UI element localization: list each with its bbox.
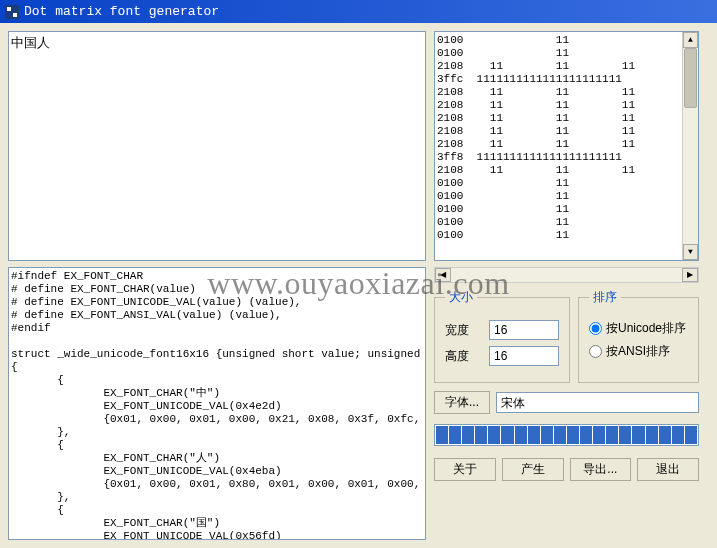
scroll-left-icon[interactable]: ◀ xyxy=(435,268,451,282)
progress-segment xyxy=(515,426,527,444)
progress-segment xyxy=(541,426,553,444)
sort-unicode-option[interactable]: 按Unicode排序 xyxy=(589,320,686,337)
generate-button[interactable]: 产生 xyxy=(502,458,564,481)
progress-segment xyxy=(449,426,461,444)
progress-segment xyxy=(646,426,658,444)
export-button[interactable]: 导出... xyxy=(570,458,632,481)
scroll-down-icon[interactable]: ▼ xyxy=(683,244,698,260)
hex-preview[interactable]: 0100 110100 112108 11 11 113ffc 11111111… xyxy=(434,31,699,261)
about-button[interactable]: 关于 xyxy=(434,458,496,481)
progress-segment xyxy=(632,426,644,444)
sort-unicode-label: 按Unicode排序 xyxy=(606,320,686,337)
window-titlebar: Dot matrix font generator xyxy=(0,0,717,23)
scroll-thumb[interactable] xyxy=(684,48,697,108)
progress-segment xyxy=(659,426,671,444)
progress-segment xyxy=(606,426,618,444)
exit-button[interactable]: 退出 xyxy=(637,458,699,481)
progress-segment xyxy=(619,426,631,444)
progress-segment xyxy=(528,426,540,444)
font-name-display: 宋体 xyxy=(496,392,699,413)
scrollbar-horizontal[interactable]: ◀ ▶ xyxy=(434,267,699,283)
progress-bar xyxy=(434,424,699,446)
sort-fieldset: 排序 按Unicode排序 按ANSI排序 xyxy=(578,289,699,383)
progress-segment xyxy=(567,426,579,444)
scrollbar-vertical[interactable]: ▲ ▼ xyxy=(682,32,698,260)
progress-segment xyxy=(685,426,697,444)
sort-legend: 排序 xyxy=(589,289,621,306)
size-fieldset: 大小 宽度 高度 xyxy=(434,289,570,383)
height-input[interactable] xyxy=(489,346,559,366)
scroll-right-icon[interactable]: ▶ xyxy=(682,268,698,282)
progress-segment xyxy=(554,426,566,444)
progress-segment xyxy=(593,426,605,444)
input-text-content: 中国人 xyxy=(11,36,50,51)
progress-segment xyxy=(436,426,448,444)
font-button[interactable]: 字体... xyxy=(434,391,490,414)
window-title: Dot matrix font generator xyxy=(24,4,219,19)
sort-ansi-radio[interactable] xyxy=(589,345,602,358)
code-output[interactable]: #ifndef EX_FONT_CHAR # define EX_FONT_CH… xyxy=(8,267,426,540)
input-textarea[interactable]: 中国人 xyxy=(8,31,426,261)
app-icon xyxy=(4,4,20,20)
progress-segment xyxy=(462,426,474,444)
progress-segment xyxy=(672,426,684,444)
sort-ansi-label: 按ANSI排序 xyxy=(606,343,670,360)
scroll-up-icon[interactable]: ▲ xyxy=(683,32,698,48)
width-label: 宽度 xyxy=(445,322,481,339)
progress-segment xyxy=(580,426,592,444)
progress-segment xyxy=(501,426,513,444)
svg-rect-2 xyxy=(13,13,17,17)
height-label: 高度 xyxy=(445,348,481,365)
progress-segment xyxy=(488,426,500,444)
svg-rect-1 xyxy=(7,7,11,11)
width-input[interactable] xyxy=(489,320,559,340)
size-legend: 大小 xyxy=(445,289,477,306)
content-area: 中国人 #ifndef EX_FONT_CHAR # define EX_FON… xyxy=(0,23,717,548)
sort-ansi-option[interactable]: 按ANSI排序 xyxy=(589,343,670,360)
sort-unicode-radio[interactable] xyxy=(589,322,602,335)
progress-segment xyxy=(475,426,487,444)
